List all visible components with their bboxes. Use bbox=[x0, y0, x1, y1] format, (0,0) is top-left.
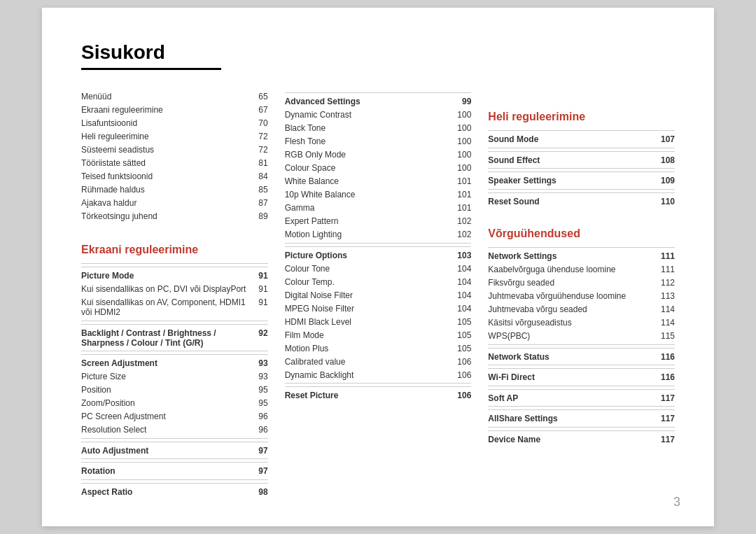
item-label: Device Name bbox=[488, 435, 655, 444]
item-num: 91 bbox=[248, 297, 268, 307]
item-label: Juhtmevaba võrguühenduse loomine bbox=[488, 291, 655, 301]
list-item: Kui sisendallikas on PC, DVI või Display… bbox=[81, 283, 268, 296]
item-num: 100 bbox=[451, 136, 471, 146]
item-label: Backlight / Contrast / Brightness / Shar… bbox=[81, 328, 248, 348]
list-item: Colour Temp.104 bbox=[285, 275, 472, 288]
item-num: 111 bbox=[655, 251, 675, 261]
list-item: Ekraani reguleerimine67 bbox=[81, 103, 268, 116]
item-label: Fiksvõrgu seaded bbox=[488, 278, 655, 288]
list-item: Fiksvõrgu seaded112 bbox=[488, 276, 675, 290]
item-label: Rühmade haldus bbox=[81, 185, 248, 195]
list-item: Auto Adjustment97 bbox=[81, 442, 268, 458]
list-item: Digital Noise Filter104 bbox=[285, 288, 472, 302]
item-label: Resolution Select bbox=[81, 425, 248, 435]
list-item: Kui sisendallikas on AV, Component, HDMI… bbox=[81, 296, 268, 319]
item-label: Dynamic Backlight bbox=[285, 370, 452, 380]
item-label: White Balance bbox=[285, 176, 452, 186]
list-item: Reset Picture106 bbox=[285, 386, 472, 402]
item-num: 105 bbox=[451, 317, 471, 327]
item-num: 72 bbox=[248, 132, 268, 141]
list-item: Colour Tone104 bbox=[285, 262, 472, 275]
list-item: Juhtmevaba võrgu seaded114 bbox=[488, 303, 675, 316]
list-item: Käsitsi võrguseadistus114 bbox=[488, 316, 675, 330]
list-item: PC Screen Adjustment96 bbox=[81, 410, 268, 423]
item-label: Colour Temp. bbox=[285, 277, 452, 287]
item-label: Ekraani reguleerimine bbox=[81, 105, 248, 115]
item-num: 97 bbox=[248, 446, 268, 456]
list-item: Gamma101 bbox=[285, 202, 472, 215]
list-item: Teised funktsioonid84 bbox=[81, 169, 268, 183]
item-num: 104 bbox=[451, 290, 471, 300]
item-num: 115 bbox=[655, 331, 675, 341]
item-num: 96 bbox=[248, 425, 268, 435]
list-item: Device Name117 bbox=[488, 430, 675, 447]
item-num: 113 bbox=[655, 291, 675, 301]
item-label: Sound Mode bbox=[488, 134, 655, 144]
list-item: Zoom/Position95 bbox=[81, 397, 268, 410]
list-item: Motion Lighting102 bbox=[285, 228, 472, 241]
item-label: MPEG Noise Filter bbox=[285, 304, 452, 314]
list-item: Rühmade haldus85 bbox=[81, 183, 268, 196]
item-label: Auto Adjustment bbox=[81, 446, 248, 456]
item-label: Dynamic Contrast bbox=[285, 110, 452, 120]
item-label: Motion Lighting bbox=[285, 230, 452, 239]
list-item: Calibrated value106 bbox=[285, 355, 472, 368]
item-num: 95 bbox=[248, 385, 268, 395]
item-num: 101 bbox=[451, 190, 471, 199]
list-item: HDMI Black Level105 bbox=[285, 315, 472, 328]
col3-section2: Network Settings111Kaabelvõrguga ühendus… bbox=[488, 247, 675, 446]
item-num: 104 bbox=[451, 277, 471, 287]
item-num: 93 bbox=[248, 358, 268, 368]
list-item: Network Settings111 bbox=[488, 247, 675, 263]
list-item: 10p White Balance101 bbox=[285, 188, 472, 202]
item-num: 106 bbox=[451, 391, 471, 400]
item-label: PC Screen Adjustment bbox=[81, 412, 248, 421]
item-num: 117 bbox=[655, 393, 675, 403]
list-item: WPS(PBC)115 bbox=[488, 330, 675, 343]
item-num: 85 bbox=[248, 185, 268, 195]
item-label: AllShare Settings bbox=[488, 414, 655, 423]
list-item: Sound Mode107 bbox=[488, 130, 675, 146]
item-label: 10p White Balance bbox=[285, 190, 452, 199]
item-num: 116 bbox=[655, 372, 675, 382]
item-num: 111 bbox=[655, 265, 675, 274]
item-label: Kaabelvõrguga ühenduse loomine bbox=[488, 265, 655, 274]
list-item: Picture Options103 bbox=[285, 246, 472, 262]
item-label: WPS(PBC) bbox=[488, 331, 655, 341]
list-item: RGB Only Mode100 bbox=[285, 148, 472, 162]
column-1: Menüüd65Ekraani reguleerimine67Lisafunts… bbox=[81, 90, 285, 498]
item-num: 97 bbox=[248, 466, 268, 476]
item-num: 109 bbox=[655, 176, 675, 185]
list-item: Törkeotsingu juhend89 bbox=[81, 209, 268, 223]
heli-section-title: Heli reguleerimine bbox=[488, 111, 675, 123]
list-item: Resolution Select96 bbox=[81, 423, 268, 437]
item-label: Ajakava haldur bbox=[81, 198, 248, 208]
item-label: Reset Picture bbox=[285, 391, 452, 400]
item-num: 84 bbox=[248, 171, 268, 181]
ekraani-section-title: Ekraani reguleerimine bbox=[81, 244, 268, 256]
page: Sisukord Menüüd65Ekraani reguleerimine67… bbox=[42, 8, 714, 526]
list-item: Reset Sound110 bbox=[488, 192, 675, 209]
item-label: Sound Effect bbox=[488, 155, 655, 165]
item-num: 100 bbox=[451, 110, 471, 120]
item-label: Heli reguleerimine bbox=[81, 132, 248, 141]
item-label: Zoom/Position bbox=[81, 398, 248, 408]
item-label: Kui sisendallikas on AV, Component, HDMI… bbox=[81, 297, 248, 317]
column-2: Advanced Settings99Dynamic Contrast100Bl… bbox=[285, 90, 489, 402]
item-label: Käsitsi võrguseadistus bbox=[488, 318, 655, 328]
item-label: Törkeotsingu juhend bbox=[81, 211, 248, 221]
page-number: 3 bbox=[673, 495, 680, 510]
list-item: AllShare Settings117 bbox=[488, 409, 675, 426]
list-item: Juhtmevaba võrguühenduse loomine113 bbox=[488, 290, 675, 303]
item-label: HDMI Black Level bbox=[285, 317, 452, 327]
item-num: 102 bbox=[451, 216, 471, 226]
item-num: 114 bbox=[655, 318, 675, 328]
item-label: Picture Size bbox=[81, 372, 248, 381]
item-num: 106 bbox=[451, 357, 471, 367]
item-num: 110 bbox=[655, 197, 675, 206]
item-label: Gamma bbox=[285, 203, 452, 213]
list-item: Film Mode105 bbox=[285, 328, 472, 342]
item-num: 116 bbox=[655, 352, 675, 362]
item-num: 101 bbox=[451, 176, 471, 186]
list-item: Rotation97 bbox=[81, 462, 268, 478]
